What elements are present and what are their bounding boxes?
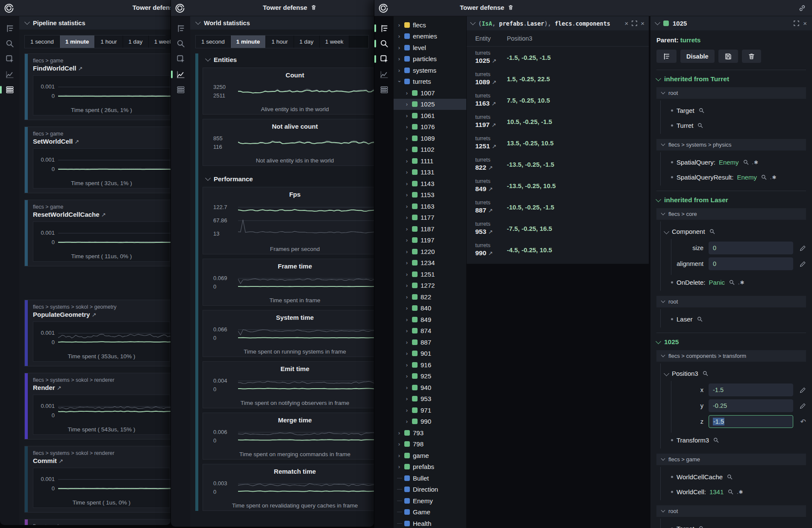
- query-result-row[interactable]: turrets1025 ↗-1.5, -0.25, -1.5: [467, 47, 649, 68]
- chevron-right-icon[interactable]: ›: [405, 158, 409, 164]
- sidebar-icon-chart[interactable]: [2, 67, 18, 82]
- search-icon[interactable]: [699, 526, 704, 528]
- tree-view-button[interactable]: [656, 50, 677, 63]
- tab-1-hour[interactable]: 1 hour: [95, 35, 123, 48]
- chevron-right-icon[interactable]: ›: [405, 418, 409, 425]
- search-icon[interactable]: [697, 123, 703, 128]
- component-item[interactable]: WorldCell:1341.✱: [661, 484, 806, 499]
- external-link-icon[interactable]: ↗: [488, 229, 493, 235]
- tree-item-1234[interactable]: ›1234: [394, 257, 466, 269]
- external-link-icon[interactable]: ↗: [492, 58, 497, 64]
- tree-item-1272[interactable]: ›1272: [394, 280, 466, 292]
- sidebar-icon-inspect[interactable]: [377, 51, 392, 67]
- entity-cell[interactable]: turrets1251 ↗: [467, 136, 503, 150]
- chevron-right-icon[interactable]: ›: [405, 203, 409, 209]
- component-value[interactable]: Enemy: [719, 159, 739, 166]
- field-input-size[interactable]: 0: [709, 242, 793, 254]
- tree-item-enemies[interactable]: ›enemies: [394, 31, 466, 42]
- tree-item-1102[interactable]: ›1102: [394, 144, 466, 156]
- chevron-right-icon[interactable]: ›: [405, 350, 409, 357]
- external-link-icon[interactable]: ↗: [92, 312, 97, 318]
- query-result-row[interactable]: turrets1197 ↗10.5, -0.25, -1.5: [467, 111, 649, 132]
- entity-cell[interactable]: turrets849 ↗: [467, 178, 503, 193]
- external-link-icon[interactable]: ↗: [491, 100, 496, 107]
- chevron-right-icon[interactable]: ›: [405, 90, 409, 96]
- entity-cell[interactable]: turrets1197 ↗: [467, 114, 503, 129]
- external-link-icon[interactable]: ↗: [488, 207, 493, 214]
- edit-pencil-icon[interactable]: [793, 245, 806, 251]
- tree-item-925[interactable]: ›925: [394, 371, 466, 382]
- query-result-row[interactable]: turrets822 ↗-13.5, -0.25, -1.5: [467, 153, 649, 175]
- module-path-bar[interactable]: root: [656, 87, 806, 99]
- tree-item-level[interactable]: ›level: [394, 42, 466, 53]
- tree-item-840[interactable]: ›840: [394, 303, 466, 314]
- chevron-right-icon[interactable]: ›: [405, 169, 409, 175]
- sidebar-icon-chart[interactable]: [173, 67, 188, 82]
- tree-item-1197[interactable]: ›1197: [394, 235, 466, 246]
- component-item[interactable]: WorldCellCache: [661, 469, 806, 484]
- tree-item-particles[interactable]: ›particles: [394, 53, 466, 65]
- edit-pencil-icon[interactable]: [793, 387, 806, 393]
- chevron-right-icon[interactable]: ›: [405, 362, 409, 368]
- tree-item-Bullet[interactable]: Bullet: [394, 472, 466, 484]
- trash-icon[interactable]: [508, 4, 514, 11]
- tree-item-1111[interactable]: ›1111: [394, 155, 466, 167]
- chevron-right-icon[interactable]: ›: [405, 384, 409, 391]
- query-result-row[interactable]: turrets849 ↗-13.5, -0.25, 10.5: [467, 175, 649, 196]
- component-item[interactable]: Turret: [661, 118, 806, 133]
- section-title[interactable]: inherited from Turret: [656, 75, 806, 83]
- sidebar-icon-search[interactable]: [377, 36, 392, 51]
- chevron-right-icon[interactable]: ›: [397, 22, 401, 28]
- tree-item-1177[interactable]: ›1177: [394, 212, 466, 224]
- chevron-right-icon[interactable]: ›: [397, 33, 401, 39]
- system-name[interactable]: ResetWorldCellCache ↗: [33, 211, 170, 218]
- disable-button[interactable]: Disable: [680, 50, 715, 63]
- chevron-right-icon[interactable]: ›: [405, 282, 409, 289]
- component-item[interactable]: SpatialQueryResult:Enemy.✱: [661, 170, 806, 185]
- tab-1-hour[interactable]: 1 hour: [266, 35, 294, 48]
- tree-item-1220[interactable]: ›1220: [394, 246, 466, 257]
- sidebar-icon-stats[interactable]: [173, 82, 188, 97]
- tree-item-822[interactable]: ›822: [394, 291, 466, 303]
- tree-item-887[interactable]: ›887: [394, 336, 466, 348]
- query-result-row[interactable]: turrets1089 ↗1.5, -0.25, 22.5: [467, 68, 649, 89]
- sidebar-icon-stats[interactable]: [377, 82, 392, 97]
- expand-query-icon[interactable]: [632, 21, 637, 26]
- chevron-right-icon[interactable]: ›: [405, 112, 409, 119]
- tree-item-901[interactable]: ›901: [394, 348, 466, 360]
- chevron-right-icon[interactable]: ›: [405, 316, 409, 323]
- tree-item-940[interactable]: ›940: [394, 382, 466, 393]
- save-button[interactable]: [718, 50, 738, 63]
- tree-item-Game[interactable]: Game: [394, 507, 466, 518]
- chevron-right-icon[interactable]: ›: [405, 226, 409, 232]
- section-header-entities[interactable]: Entities: [206, 56, 374, 63]
- module-path-bar[interactable]: flecs > game: [656, 454, 806, 465]
- component-value[interactable]: Enemy: [737, 174, 757, 181]
- clear-query-icon[interactable]: ×: [624, 20, 628, 27]
- tree-item-874[interactable]: ›874: [394, 325, 466, 337]
- search-icon[interactable]: [729, 280, 735, 285]
- chevron-right-icon[interactable]: ›: [405, 248, 409, 255]
- section-title[interactable]: inherited from Laser: [656, 196, 806, 204]
- entity-cell[interactable]: turrets990 ↗: [467, 242, 503, 257]
- component-item[interactable]: Position3: [661, 366, 806, 381]
- tree-item-953[interactable]: ›953: [394, 393, 466, 405]
- tree-item-Health[interactable]: Health: [394, 518, 466, 528]
- sidebar-icon-search[interactable]: [2, 36, 18, 51]
- chevron-right-icon[interactable]: ›: [397, 463, 401, 470]
- entity-cell[interactable]: turrets1089 ↗: [467, 71, 503, 86]
- tree-item-916[interactable]: ›916: [394, 359, 466, 371]
- search-icon[interactable]: [703, 371, 708, 376]
- search-icon[interactable]: [713, 437, 719, 443]
- sidebar-icon-chart[interactable]: [377, 67, 392, 82]
- sidebar-icon-inspect[interactable]: [173, 51, 188, 67]
- tree-item-1025[interactable]: ›1025: [394, 99, 466, 110]
- sidebar-icon-search[interactable]: [173, 36, 188, 51]
- external-link-icon[interactable]: ↗: [488, 250, 493, 257]
- external-link-icon[interactable]: ↗: [74, 139, 79, 145]
- field-input-alignment[interactable]: 0: [709, 257, 793, 270]
- tree-item-849[interactable]: ›849: [394, 314, 466, 325]
- tree-item-1089[interactable]: ›1089: [394, 133, 466, 144]
- module-path-bar[interactable]: flecs > systems > physics: [656, 139, 806, 150]
- chevron-right-icon[interactable]: ›: [405, 305, 409, 311]
